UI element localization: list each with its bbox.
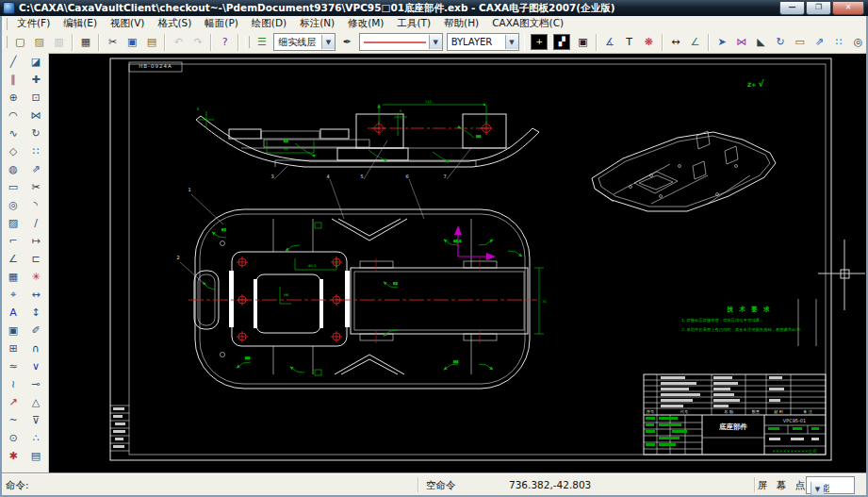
arrow-icon[interactable]: ↗ [2,393,25,411]
menu-item-8[interactable]: 工具(T) [390,17,437,30]
ellipse-icon[interactable]: ◍ [2,160,25,178]
line-icon[interactable]: ╱ [2,53,25,71]
gear-icon[interactable]: ✱ [2,447,25,465]
stretch-icon[interactable]: ⊏ [25,250,47,268]
cloud-line-icon[interactable]: ~ [2,411,25,429]
chamfer-icon[interactable]: ◣ [752,34,770,51]
scatter-icon[interactable]: ∴ [25,429,47,447]
spline-icon[interactable]: ∿ [2,124,25,142]
raster-icon[interactable]: ▤ [25,447,47,465]
polyline-icon[interactable]: ⌐ [2,232,25,250]
parallel-line-icon[interactable]: ∥ [2,71,25,89]
array-icon[interactable]: ∷ [830,34,848,51]
menu-grip[interactable] [3,18,8,30]
zoom-window-icon[interactable]: ▣ [574,34,592,51]
chevron-down-icon[interactable]: ▼ [321,35,335,49]
snap-mode-combo[interactable]: 智能 ▼ [806,476,855,494]
scale-icon[interactable]: ⇗ [811,34,828,51]
rotate-entity-icon[interactable]: ↻ [25,124,47,142]
center-mark-icon[interactable]: ⌖ [2,286,25,304]
trim-icon[interactable]: ➤ [713,34,731,51]
chevron-down-icon[interactable]: ▼ [505,35,518,49]
cut-icon[interactable]: ✂ [104,34,122,51]
cut-entity-icon[interactable]: ✂ [25,178,47,196]
menu-item-0[interactable]: 文件(F) [10,17,57,30]
copy-entity-icon[interactable]: ⊡ [25,89,47,107]
block-icon[interactable]: ▣ [2,322,25,340]
text-icon[interactable]: A [2,304,25,322]
chevron-down-icon[interactable]: ▼ [811,482,824,496]
layers-icon[interactable]: ☰ [254,34,271,51]
rectangle-icon[interactable]: ▭ [2,178,25,196]
hatch-icon[interactable]: ▨ [2,214,25,232]
zigzag-line-icon[interactable]: ≀ [2,375,25,393]
move-icon[interactable]: ✚ [25,71,47,89]
close-icon[interactable]: ✕ [832,1,864,15]
help-icon[interactable]: ? [216,34,234,51]
trim-entity-icon[interactable]: ∕ [25,214,47,232]
chevron-down-icon[interactable]: ▼ [429,35,442,49]
scale-entity-icon[interactable]: ⇗ [25,160,47,178]
redo-icon[interactable]: ↷ [189,34,207,51]
rotate-icon[interactable]: ↻ [772,34,790,51]
save-icon[interactable]: ▥ [50,34,68,51]
poly-n-icon[interactable]: ∩ [25,340,47,357]
donut-icon[interactable]: ◎ [2,196,25,214]
menu-item-4[interactable]: 幅面(P) [198,17,245,30]
menu-item-2[interactable]: 视图(V) [104,17,151,30]
dim-vertical-icon[interactable]: ↕ [25,304,47,322]
line-style-icon[interactable]: ✒ [338,34,356,51]
fillet-icon[interactable]: ◝ [25,196,47,214]
menu-item-9[interactable]: 帮助(H) [437,17,485,30]
layer-move-icon[interactable]: ⊽ [25,411,47,429]
line-width-combo[interactable]: ▼ [359,33,443,51]
linear-dim-icon[interactable]: ↔ [667,34,685,51]
menu-item-7[interactable]: 修改(M) [341,17,390,30]
new-icon[interactable]: ▢ [11,34,29,51]
copy-icon[interactable]: ▣ [123,34,141,51]
dim-edit-icon[interactable]: ⊸ [25,375,47,393]
zoom-fit-icon[interactable]: + [531,34,548,50]
poly-v-icon[interactable]: ∨ [25,357,47,375]
arc-icon[interactable]: ◠ [2,107,25,124]
polygon-icon[interactable]: ◇ [2,142,25,160]
block-make-icon[interactable]: △ [25,393,47,411]
view-refresh-icon[interactable]: ◎ [849,34,867,51]
render-settings-icon[interactable]: ❋ [640,34,658,51]
drawing-canvas[interactable]: 112 9 55 8 R3 M6 3 4 5 6 7 1 2 [48,53,865,474]
color-combo[interactable]: BYLAYER▼ [447,33,519,51]
menu-item-10[interactable]: CAXA图文档(C) [485,17,570,30]
menu-item-1[interactable]: 编辑(E) [57,17,104,30]
wave-line-icon[interactable]: ≈ [2,357,25,375]
toolbar-grip[interactable] [245,36,250,48]
grid-icon[interactable]: ▦ [2,268,25,286]
insert-block-icon[interactable]: ⊞ [2,340,25,357]
toolbar-grip[interactable] [3,36,8,48]
undo-icon[interactable]: ↶ [170,34,188,51]
text-tool-icon[interactable]: T [620,34,638,51]
minimize-icon[interactable]: — [779,1,805,15]
block-edit-icon[interactable]: ▭ [791,34,809,51]
menu-item-3[interactable]: 格式(S) [151,17,198,30]
open-icon[interactable]: ▨ [30,34,48,51]
maximize-icon[interactable]: ❐ [806,1,831,15]
erase-icon[interactable]: ◪ [25,53,47,71]
angle-line-icon[interactable]: ∠ [2,250,25,268]
zoom-dynamic-icon[interactable]: ▞ [553,34,570,50]
menu-item-6[interactable]: 标注(N) [293,17,341,30]
array-entity-icon[interactable]: ∷ [25,142,47,160]
layer-combo[interactable]: 细实线层▼ [273,33,336,51]
circle-icon[interactable]: ⊕ [2,89,25,107]
command-prompt[interactable]: 命令: [6,479,29,492]
paste-icon[interactable]: ▤ [143,34,161,51]
explode-icon[interactable]: ✳ [25,268,47,286]
smart-dim-icon[interactable]: ∠ [686,34,704,51]
menu-item-5[interactable]: 绘图(D) [245,17,293,30]
print-icon[interactable]: ▦ [77,34,95,51]
mirror-icon[interactable]: ⋈ [732,34,750,51]
angle-measure-icon[interactable]: ∡ [601,34,619,51]
extend-icon[interactable]: ↦ [25,232,47,250]
mirror-entity-icon[interactable]: ⋈ [25,107,47,124]
brush-icon[interactable]: ✐ [25,322,47,340]
dim-horizontal-icon[interactable]: ↔ [25,286,47,304]
